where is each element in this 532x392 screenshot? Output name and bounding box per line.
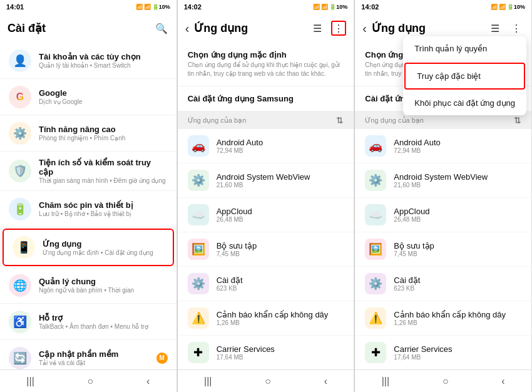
settings-item-sub-4: Lưu trữ • Bộ nhớ • Bảo vệ thiết bị [39, 210, 168, 217]
recent-btn-1[interactable]: ||| [26, 376, 34, 387]
app-info-5: Cảnh báo khẩn cấp không dây1,26 MB [394, 310, 521, 326]
settings-text-4: Chăm sóc pin và thiết bịLưu trữ • Bộ nhớ… [39, 200, 168, 217]
settings-item-0[interactable]: 👤Tài khoản và các tùy chọnQuản lý tài kh… [0, 43, 176, 79]
signal-icon-3: 📶 [499, 4, 506, 10]
settings-item-sub-2: Phòng thí nghiệm • Phím Cạnh [39, 135, 168, 142]
settings-item-3[interactable]: 🛡️Tiện ích số và kiểm soát truy cậpThời … [0, 152, 176, 191]
filter-button-3[interactable]: ☰ [488, 21, 503, 36]
recent-btn-3[interactable]: ||| [382, 376, 389, 387]
more-options-button-3[interactable]: ⋮ [509, 21, 524, 36]
search-button[interactable]: 🔍 [154, 21, 169, 36]
dropdown-item-0[interactable]: Trình quản lý quyền [403, 36, 526, 61]
app-name-0: Android Auto [217, 138, 344, 147]
settings-item-sub-7: TalkBack • Âm thanh đơn • Menu hỗ trợ [39, 323, 168, 330]
status-bar-2: 14:02 📶 📶 🔋10% [178, 0, 354, 14]
app-item-6[interactable]: ✚Carrier Services17,64 MB [178, 336, 354, 369]
app-info-6: Carrier Services17,64 MB [217, 344, 344, 361]
app-info-6: Carrier Services17,64 MB [394, 344, 521, 361]
app-name-6: Carrier Services [217, 344, 344, 354]
app-size-6: 17,64 MB [394, 354, 521, 361]
dropdown-item-2[interactable]: Khôi phục cài đặt ứng dụng [403, 91, 526, 115]
back-button-2[interactable]: ‹ [185, 21, 190, 36]
sort-icon[interactable]: ⇅ [336, 115, 344, 125]
app-item-2[interactable]: ☁️AppCloud26,48 MB [178, 198, 354, 232]
app-info-0: Android Auto72,94 MB [394, 138, 521, 154]
app-size-2: 26,48 MB [217, 216, 344, 223]
back-btn-3[interactable]: ‹ [501, 376, 504, 387]
app-icon-3: 🖼️ [188, 239, 209, 260]
section-item-1[interactable]: Cài đặt ứng dụng Samsung [178, 86, 354, 111]
back-button-3[interactable]: ‹ [362, 21, 367, 36]
app-size-1: 21,60 MB [217, 182, 344, 188]
home-btn-3[interactable]: ○ [442, 376, 449, 387]
app-size-2: 26,48 MB [394, 216, 521, 223]
settings-item-1[interactable]: GGoogleDịch vụ Google [0, 79, 176, 115]
dropdown-item-1[interactable]: Truy cập đặc biệt [404, 63, 525, 90]
filter-button[interactable]: ☰ [310, 21, 325, 36]
settings-text-1: GoogleDịch vụ Google [39, 88, 168, 105]
app-item-3[interactable]: 🖼️Bộ sưu tập7,45 MB [178, 232, 354, 267]
settings-item-sub-6: Ngôn ngữ và bàn phím • Thời gian [39, 287, 168, 294]
status-icons-2: 📶 📶 🔋10% [313, 4, 347, 10]
sort-icon[interactable]: ⇅ [514, 115, 521, 125]
wifi-icon: 📶 [136, 4, 143, 10]
app-item-5[interactable]: ⚠️Cảnh báo khẩn cấp không dây1,26 MB [178, 301, 354, 336]
settings-item-2[interactable]: ⚙️Tính năng nâng caoPhòng thí nghiệm • P… [0, 115, 176, 152]
battery-icon-3: 🔋10% [507, 4, 525, 10]
settings-item-6[interactable]: 🌐Quản lý chungNgôn ngữ và bàn phím • Thờ… [0, 267, 176, 304]
apps-title-3: Ứng dụng [372, 21, 488, 35]
app-item-0[interactable]: 🚗Android Auto72,94 MB [178, 129, 354, 163]
update-badge: M [156, 353, 168, 364]
app-size-0: 72,94 MB [394, 147, 521, 154]
app-item-2[interactable]: ☁️AppCloud26,48 MB [355, 198, 531, 232]
home-btn-2[interactable]: ○ [265, 376, 271, 387]
apps-actions-3: ☰ ⋮ [488, 21, 524, 36]
settings-item-sub-8: Tải về và cài đặt [39, 359, 156, 366]
divider-label: Ứng dụng của bạn [365, 116, 424, 125]
more-options-button[interactable]: ⋮ [331, 21, 346, 36]
settings-item-8[interactable]: 🔄Cập nhật phần mềmTải về và cài đặtM [0, 340, 176, 369]
app-list-divider: Ứng dụng của bạn⇅ [178, 111, 354, 129]
app-name-5: Cảnh báo khẩn cấp không dây [394, 310, 521, 319]
status-icons-3: 📶 📶 🔋10% [491, 4, 525, 10]
app-size-4: 623 KB [394, 285, 521, 292]
section-item-0[interactable]: Chọn ứng dụng mặc địnhChọn ứng dụng để s… [178, 43, 354, 86]
app-info-2: AppCloud26,48 MB [217, 207, 344, 223]
app-item-4[interactable]: ⚙️Cài đặt623 KB [355, 267, 531, 301]
settings-icon-4: 🔋 [9, 198, 31, 220]
panel-settings: 14:01 📶 📶 🔋10% Cài đặt 🔍 👤Tài khoản và c… [0, 0, 177, 392]
app-icon-4: ⚙️ [365, 273, 386, 294]
app-item-4[interactable]: ⚙️Cài đặt623 KB [178, 267, 354, 301]
app-item-5[interactable]: ⚠️Cảnh báo khẩn cấp không dây1,26 MB [355, 301, 531, 336]
wifi-icon-3: 📶 [491, 4, 498, 10]
app-name-0: Android Auto [394, 138, 521, 147]
app-item-0[interactable]: 🚗Android Auto72,94 MB [355, 129, 531, 163]
settings-icon-8: 🔄 [9, 347, 31, 369]
settings-text-7: Hỗ trợTalkBack • Âm thanh đơn • Menu hỗ … [39, 313, 168, 330]
home-btn-1[interactable]: ○ [88, 376, 94, 387]
apps-header: ‹ Ứng dụng ☰ ⋮ [178, 14, 354, 43]
settings-item-title-7: Hỗ trợ [39, 313, 168, 322]
settings-item-title-6: Quản lý chung [39, 277, 168, 286]
section-sub-0: Chọn ứng dụng để sử dụng khi thực hiện c… [188, 61, 344, 78]
app-info-1: Android System WebView21,60 MB [394, 172, 521, 188]
status-icons-1: 📶 📶 🔋10% [136, 4, 170, 10]
settings-text-8: Cập nhật phần mềmTải về và cài đặt [39, 349, 156, 366]
recent-btn-2[interactable]: ||| [204, 376, 212, 387]
settings-item-5[interactable]: 📱Ứng dụngỨng dụng mặc định • Cài đặt ứng… [3, 229, 174, 266]
bottom-nav-2: ||| ○ ‹ [178, 369, 354, 392]
settings-item-4[interactable]: 🔋Chăm sóc pin và thiết bịLưu trữ • Bộ nh… [0, 191, 176, 227]
back-btn-2[interactable]: ‹ [324, 376, 327, 387]
app-item-1[interactable]: ⚙️Android System WebView21,60 MB [178, 163, 354, 198]
settings-icon-0: 👤 [9, 49, 31, 72]
settings-item-title-1: Google [39, 88, 168, 98]
app-item-6[interactable]: ✚Carrier Services17,64 MB [355, 336, 531, 369]
app-size-4: 623 KB [217, 285, 344, 292]
settings-text-5: Ứng dụngỨng dụng mặc định • Cài đặt ứng … [43, 239, 164, 256]
app-item-3[interactable]: 🖼️Bộ sưu tập7,45 MB [355, 232, 531, 267]
app-info-3: Bộ sưu tập7,45 MB [394, 241, 521, 257]
back-btn-1[interactable]: ‹ [146, 376, 150, 387]
settings-item-7[interactable]: ♿Hỗ trợTalkBack • Âm thanh đơn • Menu hỗ… [0, 304, 176, 340]
settings-item-title-2: Tính năng nâng cao [39, 125, 168, 134]
app-item-1[interactable]: ⚙️Android System WebView21,60 MB [355, 163, 531, 198]
